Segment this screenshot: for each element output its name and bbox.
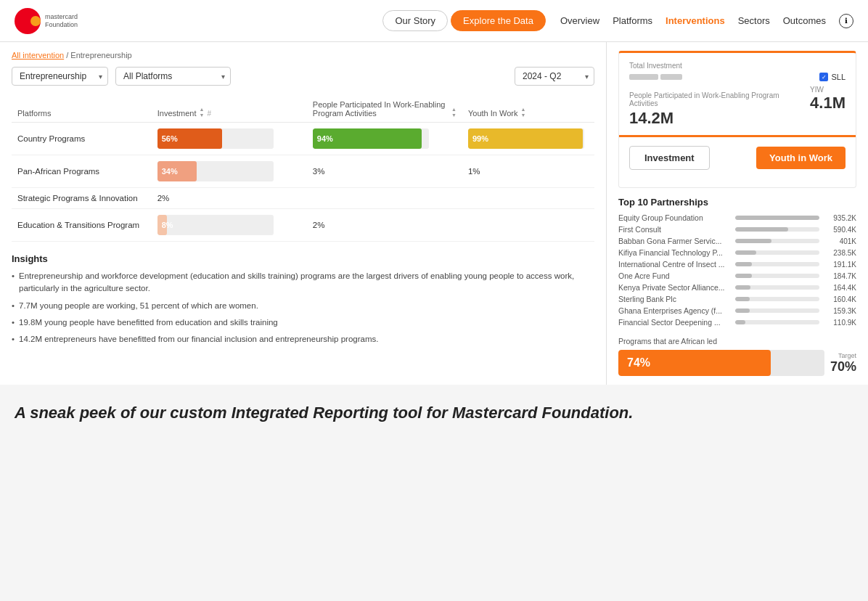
sll-checkbox[interactable]: SLL <box>819 73 846 81</box>
yiw-label: YIW <box>810 86 846 94</box>
btn-row: Investment Youth in Work <box>629 146 846 170</box>
target-value: 70% <box>830 359 856 375</box>
filters-row: Entrepreneurship All Interventions ▾ All… <box>12 67 594 86</box>
youth-in-work-button[interactable]: Youth in Work <box>756 147 846 169</box>
partnership-value: 110.9K <box>824 319 856 327</box>
cell-youth: 1% <box>462 155 594 188</box>
african-led-section: Programs that are African led 74% Target… <box>618 337 856 376</box>
nav-links: Overview Platforms Interventions Sectors… <box>560 14 853 28</box>
breadcrumb-all[interactable]: All intervention <box>12 51 64 60</box>
cell-people: 3% <box>307 155 462 188</box>
cell-people: 94% <box>307 123 462 155</box>
partnership-name: First Consult <box>618 225 731 234</box>
partnership-row: Financial Sector Deepening ... 110.9K <box>618 318 856 327</box>
partnership-bar <box>735 227 819 232</box>
our-story-button[interactable]: Our Story <box>382 10 448 31</box>
table-row: Country Programs56%94%99% <box>12 123 594 155</box>
cell-people <box>307 188 462 209</box>
shimmer-bars <box>629 74 682 80</box>
investment-button[interactable]: Investment <box>629 146 710 170</box>
sll-checkbox-icon <box>819 73 828 81</box>
partnership-bar-fill <box>735 216 819 220</box>
card-top-row: SLL <box>629 73 846 81</box>
people-sort-icon[interactable]: ▲ ▼ <box>451 107 456 118</box>
cell-investment: 2% <box>152 188 307 209</box>
main-container: All intervention / Entrepreneurship Entr… <box>0 42 868 385</box>
youth-sort-icon[interactable]: ▲ ▼ <box>520 107 525 118</box>
nav-interventions[interactable]: Interventions <box>666 15 725 26</box>
insight-item: Entrepreneurship and workforce developme… <box>12 270 594 295</box>
cell-investment: 56% <box>152 123 307 155</box>
partnership-row: Babban Gona Farmer Servic... 401K <box>618 237 856 245</box>
partnership-row: Equity Group Foundation 935.2K <box>618 213 856 222</box>
african-led-pct: 74% <box>627 356 650 369</box>
partnership-bar-fill <box>735 297 750 301</box>
target-label: Target <box>830 352 856 359</box>
partnerships-list: Equity Group Foundation 935.2K First Con… <box>618 213 856 327</box>
people-label: People Participated in Work-Enabling Pro… <box>629 91 798 107</box>
partnership-row: Kenya Private Sector Alliance... 164.4K <box>618 283 856 292</box>
partnerships-title: Top 10 Partnerships <box>618 197 856 208</box>
nav-overview[interactable]: Overview <box>560 15 599 26</box>
mastercard-logo-icon <box>15 8 41 34</box>
partnership-bar <box>735 285 819 290</box>
partnership-bar-fill <box>735 239 771 243</box>
partnership-name: Babban Gona Farmer Servic... <box>618 237 731 245</box>
partnership-bar <box>735 250 819 255</box>
partnership-bar-fill <box>735 250 756 255</box>
people-metric: People Participated in Work-Enabling Pro… <box>629 86 798 128</box>
left-panel: All intervention / Entrepreneurship Entr… <box>0 42 607 385</box>
partnership-value: 191.1K <box>824 261 856 269</box>
partnership-row: Ghana Enterprises Agency (f... 159.3K <box>618 306 856 315</box>
breadcrumb-current: Entrepreneurship <box>70 51 131 60</box>
col-header-people: People Participated In Work-Enabling Pro… <box>307 96 462 123</box>
logo-area: mastercard Foundation <box>15 8 78 34</box>
investment-sort-icon[interactable]: ▲ ▼ <box>200 107 205 118</box>
partnership-bar <box>735 262 819 266</box>
insights-list: Entrepreneurship and workforce developme… <box>12 270 594 346</box>
african-led-bar: 74% <box>618 350 824 376</box>
cell-platform: Strategic Programs & Innovation <box>12 188 152 209</box>
nav-outcomes[interactable]: Outcomes <box>783 15 826 26</box>
shimmer-bar-2 <box>660 74 682 80</box>
nav-platforms[interactable]: Platforms <box>613 15 652 26</box>
info-icon[interactable]: ℹ <box>839 14 853 28</box>
total-investment-card: Total Investment SLL People Participated… <box>618 51 856 188</box>
col-header-platform: Platforms <box>12 96 152 123</box>
right-panel: Total Investment SLL People Participated… <box>607 42 868 385</box>
explore-data-button[interactable]: Explore the Data <box>451 10 546 31</box>
filter2-wrapper: All Platforms Country Programs Pan-Afric… <box>115 67 231 86</box>
partnership-bar-fill <box>735 308 750 313</box>
partnership-name: Ghana Enterprises Agency (f... <box>618 306 731 315</box>
data-table: Platforms Investment ▲ ▼ # <box>12 96 594 242</box>
nav-sectors[interactable]: Sectors <box>738 15 770 26</box>
intervention-filter[interactable]: Entrepreneurship All Interventions <box>12 67 108 86</box>
partnership-value: 164.4K <box>824 284 856 292</box>
table-row: Pan-African Programs34%3%1% <box>12 155 594 188</box>
partnership-bar <box>735 239 819 243</box>
partnership-value: 401K <box>824 237 856 245</box>
date-filter[interactable]: 2024 - Q2 2024 - Q1 2023 - Q4 <box>515 67 594 86</box>
platforms-filter[interactable]: All Platforms Country Programs Pan-Afric… <box>115 67 231 86</box>
yiw-value: 4.1M <box>810 94 846 113</box>
partnership-name: Kenya Private Sector Alliance... <box>618 283 731 292</box>
partnership-bar <box>735 216 819 220</box>
insights-section: Insights Entrepreneurship and workforce … <box>12 253 594 346</box>
table-row: Education & Transitions Program8%2% <box>12 209 594 242</box>
partnership-bar-fill <box>735 274 752 278</box>
partnership-bar-fill <box>735 320 745 324</box>
african-led-bar-row: 74% Target 70% <box>618 350 856 376</box>
orange-divider <box>619 135 856 137</box>
partnership-name: Financial Sector Deepening ... <box>618 318 731 327</box>
logo-text: mastercard Foundation <box>45 13 78 29</box>
sll-label: SLL <box>831 73 846 81</box>
col-header-investment: Investment ▲ ▼ # <box>152 96 307 123</box>
cell-youth <box>462 188 594 209</box>
table-row: Strategic Programs & Innovation2% <box>12 188 594 209</box>
insight-item: 14.2M entrepreneurs have benefitted from… <box>12 333 594 346</box>
target-col: Target 70% <box>830 352 856 375</box>
partnership-value: 590.4K <box>824 226 856 234</box>
cell-platform: Education & Transitions Program <box>12 209 152 242</box>
cell-platform: Country Programs <box>12 123 152 155</box>
header: mastercard Foundation Our Story Explore … <box>0 0 868 42</box>
